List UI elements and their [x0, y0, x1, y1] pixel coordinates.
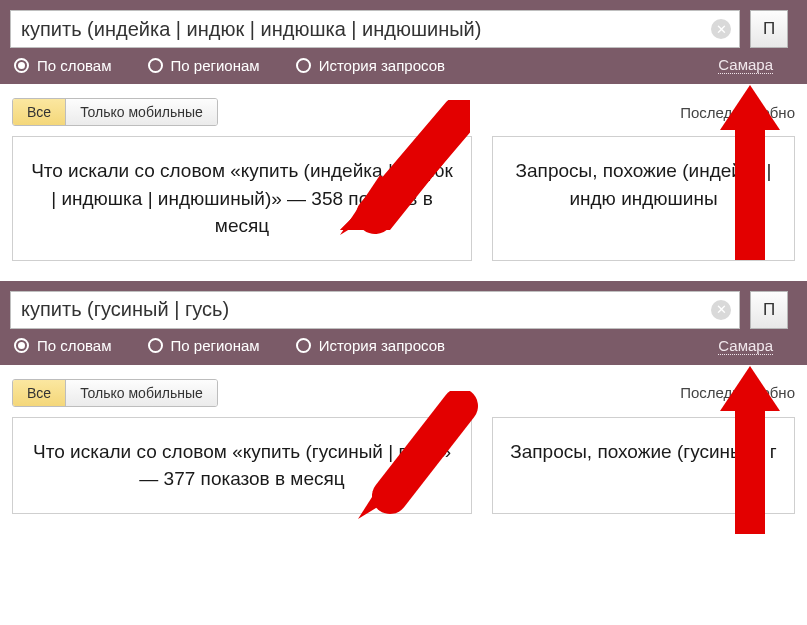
submit-button[interactable]: П [750, 291, 788, 329]
panel-what-searched: Что искали со словом «купить (индейка | … [12, 136, 472, 261]
search-input[interactable] [21, 18, 711, 41]
radio-dot-icon [14, 338, 29, 353]
region-link[interactable]: Самара [718, 56, 773, 74]
radio-dot-icon [296, 338, 311, 353]
toggle-mobile-only[interactable]: Только мобильные [65, 99, 217, 125]
region-link[interactable]: Самара [718, 337, 773, 355]
radio-dot-icon [296, 58, 311, 73]
search-input-wrap[interactable]: ✕ [10, 291, 740, 329]
panel-what-searched: Что искали со словом «купить (гусиный | … [12, 417, 472, 514]
radio-by-regions[interactable]: По регионам [148, 337, 260, 354]
radio-dot-icon [148, 58, 163, 73]
radio-label: История запросов [319, 57, 445, 74]
wordstat-block-1: ✕ П По словам По регионам История запрос… [0, 281, 807, 534]
radio-by-words[interactable]: По словам [14, 57, 112, 74]
search-input[interactable] [21, 298, 711, 321]
submit-button[interactable]: П [750, 10, 788, 48]
options-row: По словам По регионам История запросов С… [10, 329, 797, 357]
radio-label: По словам [37, 337, 112, 354]
wordstat-block-0: ✕ П По словам По регионам История запрос… [0, 0, 807, 281]
search-bar: ✕ П По словам По регионам История запрос… [0, 281, 807, 365]
filter-row: Все Только мобильные Последнее обно [0, 365, 807, 417]
search-row: ✕ П [10, 10, 797, 48]
radio-history[interactable]: История запросов [296, 337, 445, 354]
search-bar: ✕ П По словам По регионам История запрос… [0, 0, 807, 84]
radio-label: История запросов [319, 337, 445, 354]
panels: Что искали со словом «купить (индейка | … [0, 136, 807, 281]
toggle-all[interactable]: Все [13, 99, 65, 125]
radio-label: По словам [37, 57, 112, 74]
radio-dot-icon [14, 58, 29, 73]
radio-by-regions[interactable]: По регионам [148, 57, 260, 74]
search-row: ✕ П [10, 291, 797, 329]
device-toggle: Все Только мобильные [12, 98, 218, 126]
radio-label: По регионам [171, 337, 260, 354]
last-update-label: Последнее обно [680, 104, 795, 121]
clear-icon[interactable]: ✕ [711, 19, 731, 39]
filter-row: Все Только мобильные Последнее обно [0, 84, 807, 136]
panel-similar-queries: Запросы, похожие (индейка | индю индюшин… [492, 136, 795, 261]
radio-dot-icon [148, 338, 163, 353]
panels: Что искали со словом «купить (гусиный | … [0, 417, 807, 534]
options-row: По словам По регионам История запросов С… [10, 48, 797, 76]
toggle-mobile-only[interactable]: Только мобильные [65, 380, 217, 406]
toggle-all[interactable]: Все [13, 380, 65, 406]
last-update-label: Последнее обно [680, 384, 795, 401]
radio-history[interactable]: История запросов [296, 57, 445, 74]
search-input-wrap[interactable]: ✕ [10, 10, 740, 48]
radio-by-words[interactable]: По словам [14, 337, 112, 354]
device-toggle: Все Только мобильные [12, 379, 218, 407]
clear-icon[interactable]: ✕ [711, 300, 731, 320]
radio-label: По регионам [171, 57, 260, 74]
panel-similar-queries: Запросы, похожие (гусиный | г [492, 417, 795, 514]
